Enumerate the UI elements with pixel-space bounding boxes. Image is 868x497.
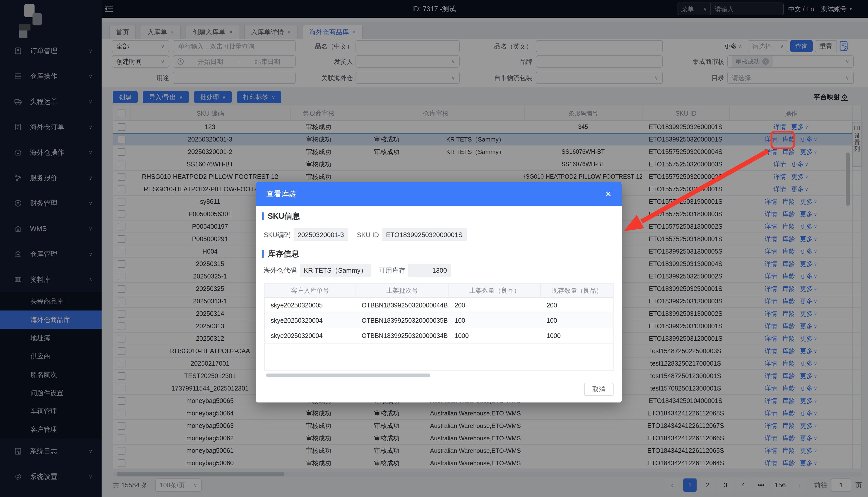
stock-cell: 100 [448,313,540,328]
stock-row: skye20250320004OTBBN18399250320000035B10… [265,313,613,328]
sku-id-value: ETO1839925032000001S [382,228,467,241]
sku-section-header: SKU信息 [262,211,300,222]
stock-cell: OTBBN18399250320000035B [355,313,448,328]
stock-cell: skye20250320005 [265,298,355,313]
stock-column-上架数量（良品）: 上架数量（良品） [448,284,540,297]
stock-cell: 200 [540,298,613,313]
available-stock-label: 可用库存 [376,264,405,277]
available-stock-value: 1300 [408,264,451,277]
modal-header: 查看库龄 ✕ [256,182,622,206]
stock-table-header: 客户入库单号上架批次号上架数量（良品）现存数量（良品） [265,284,613,298]
view-age-modal: 查看库龄 ✕ SKU信息 SKU编码 20250320001-3 SKU ID … [256,182,622,402]
stock-row: skye20250320005OTBBN18399250320000044B20… [265,298,613,313]
warehouse-code-label: 海外仓代码 [259,264,297,277]
cancel-button[interactable]: 取消 [584,383,614,396]
stock-cell: OTBBN18399250320000044B [355,298,448,313]
warehouse-code-value: KR TETS（Sammy） [300,264,371,277]
modal-horizontal-scrollbar[interactable] [266,373,430,377]
stock-cell: 1000 [540,328,613,343]
stock-cell: skye20250320004 [265,313,355,328]
stock-column-客户入库单号: 客户入库单号 [265,284,355,297]
modal-close-icon[interactable]: ✕ [605,189,612,198]
stock-section-header: 库存信息 [262,248,299,259]
stock-cell: OTBBN18399250320000034B [355,328,448,343]
sku-code-value: 20250320001-3 [294,228,348,241]
stock-detail-table: 客户入库单号上架批次号上架数量（良品）现存数量（良品） skye20250320… [264,283,614,371]
stock-cell: 1000 [448,328,540,343]
modal-title: 查看库龄 [266,189,297,199]
stock-column-上架批次号: 上架批次号 [355,284,448,297]
stock-cell: skye20250320004 [265,328,355,343]
stock-table-body: skye20250320005OTBBN18399250320000044B20… [265,298,613,343]
modal-body: SKU信息 SKU编码 20250320001-3 SKU ID ETO1839… [256,206,622,402]
sku-id-label: SKU ID [352,228,379,241]
sku-code-label: SKU编码 [259,228,291,241]
app-screen: ID: 7317 -测试 菜单 ∨ 中文 / En 测试账号 ▼ [0,0,868,497]
stock-cell: 200 [448,298,540,313]
stock-row: skye20250320004OTBBN18399250320000034B10… [265,328,613,343]
stock-column-现存数量（良品）: 现存数量（良品） [540,284,613,297]
stock-cell: 100 [540,313,613,328]
